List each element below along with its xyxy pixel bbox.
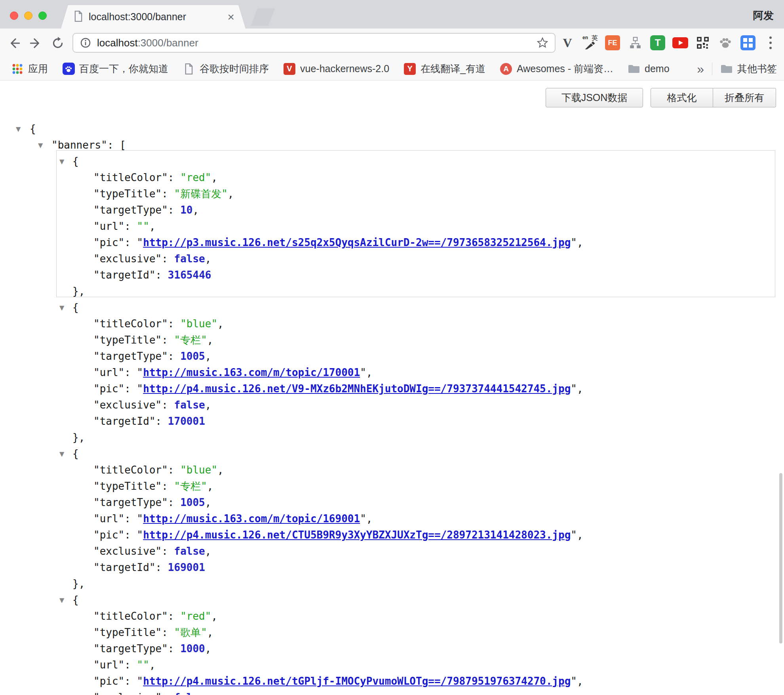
json-punctuation: , [149, 220, 156, 232]
json-punctuation: : [168, 610, 180, 622]
json-key: "targetId" [93, 415, 156, 427]
json-value-string: "blue" [180, 318, 217, 330]
json-punctuation: }, [72, 285, 85, 297]
other-bookmarks-folder[interactable]: 其他书签 [720, 62, 777, 75]
json-line: "typeTitle": "歌单", [0, 624, 784, 641]
json-line: "url": "", [0, 657, 784, 673]
reload-icon[interactable] [50, 35, 66, 51]
paw-icon[interactable] [717, 34, 734, 52]
collapse-triangle-icon[interactable]: ▼ [59, 153, 64, 170]
org-chart-icon[interactable] [626, 34, 644, 52]
tab-close-icon[interactable]: × [227, 11, 234, 23]
json-punctuation: " [137, 513, 143, 525]
bookmark-item-demo[interactable]: demo [628, 63, 670, 75]
json-punctuation: }, [72, 578, 85, 590]
json-punctuation: : [168, 318, 180, 330]
bookmark-item-google-sort[interactable]: 谷歌按时间排序 [183, 62, 269, 75]
apps-grid-icon [11, 63, 24, 75]
collapse-triangle-icon[interactable]: ▼ [16, 121, 21, 137]
close-window-button[interactable] [10, 11, 18, 20]
minimize-window-button[interactable] [24, 11, 32, 20]
json-line: "targetId": 3165446 [0, 267, 784, 283]
url-link[interactable]: http://p4.music.126.net/V9-MXz6b2MNhEKju… [143, 383, 571, 395]
json-value-string: "" [137, 659, 149, 671]
bookmark-star-icon[interactable] [537, 37, 548, 49]
json-punctuation: " [571, 237, 577, 248]
bookmark-item-youdao[interactable]: Y 在线翻译_有道 [403, 62, 485, 75]
json-punctuation: , [205, 643, 211, 655]
collapse-triangle-icon[interactable]: ▼ [38, 137, 43, 153]
json-line: }, [0, 576, 784, 592]
json-key: "targetId" [93, 269, 156, 281]
bookmark-label: vue-hackernews-2.0 [300, 63, 389, 74]
v-mark-icon[interactable]: V [559, 34, 576, 52]
json-punctuation: : [162, 399, 174, 411]
json-value-number: 3165446 [168, 269, 211, 281]
json-punctuation: : [124, 675, 137, 687]
json-value-string: "" [137, 220, 149, 232]
json-value-string: "歌单" [174, 626, 207, 638]
json-object: ▼{"titleColor": "red","typeTitle": "新碟首发… [0, 153, 784, 300]
json-key: "url" [93, 220, 124, 232]
json-value-string: "red" [180, 610, 211, 622]
format-button[interactable]: 格式化 [651, 88, 713, 107]
json-punctuation: , [207, 480, 213, 492]
translate-pen-icon[interactable]: en英 [581, 34, 599, 52]
url-text: localhost:3000/banner [97, 37, 537, 49]
json-punctuation: { [72, 155, 79, 167]
json-punctuation: : [162, 253, 174, 265]
bookmarks-overflow-chevron-icon[interactable]: » [697, 63, 704, 75]
maximize-window-button[interactable] [38, 11, 47, 20]
collapse-all-button[interactable]: 折叠所有 [713, 88, 776, 107]
bookmark-item-apps[interactable]: 应用 [11, 62, 48, 75]
collapse-triangle-icon[interactable]: ▼ [59, 300, 64, 316]
qrcode-icon[interactable] [694, 34, 712, 52]
json-punctuation: , [205, 545, 211, 557]
address-bar[interactable]: localhost:3000/banner [72, 33, 556, 53]
browser-tab[interactable]: localhost:3000/banner × [61, 5, 245, 29]
back-icon[interactable] [6, 35, 22, 51]
url-link[interactable]: http://music.163.com/m/topic/170001 [143, 367, 360, 378]
json-punctuation: , [207, 626, 213, 638]
bookmark-item-baidu[interactable]: 百度一下，你就知道 [62, 62, 168, 75]
url-link[interactable]: http://p3.music.126.net/s25q2x5QyqsAzilC… [143, 237, 571, 248]
fe-icon[interactable]: FE [604, 34, 621, 52]
json-line: "url": "http://music.163.com/m/topic/170… [0, 365, 784, 381]
vertical-scrollbar[interactable] [779, 473, 782, 643]
json-value-boolean: false [174, 545, 205, 557]
youdao-icon: Y [403, 63, 416, 75]
json-key: "pic" [93, 383, 124, 395]
url-link[interactable]: http://music.163.com/m/topic/169001 [143, 513, 360, 525]
json-line: "targetType": 10, [0, 202, 784, 218]
info-icon[interactable] [80, 37, 91, 49]
json-punctuation: " [137, 367, 143, 378]
bookmark-item-vue-hackernews[interactable]: V vue-hackernews-2.0 [283, 63, 389, 75]
blue-grid-icon[interactable] [739, 34, 757, 52]
json-line: "typeTitle": "专栏", [0, 478, 784, 495]
bookmark-item-awesomes[interactable]: A Awesomes - 前端资… [500, 62, 613, 75]
json-punctuation: , [207, 334, 213, 346]
collapse-triangle-icon[interactable]: ▼ [59, 446, 64, 462]
json-punctuation: " [360, 513, 366, 525]
forward-icon[interactable] [28, 35, 44, 51]
url-link[interactable]: http://p4.music.126.net/tGPljf-IMOCyPvum… [143, 675, 571, 687]
json-punctuation: : [168, 172, 180, 183]
bookmark-label: Awesomes - 前端资… [517, 62, 613, 75]
download-json-button[interactable]: 下载JSON数据 [546, 88, 643, 107]
json-value-number: 1005 [180, 496, 205, 508]
green-t-icon[interactable]: T [649, 34, 666, 52]
new-tab-button[interactable] [251, 8, 275, 26]
awesomes-icon: A [500, 63, 512, 75]
json-line: "targetId": 169001 [0, 559, 784, 576]
json-key: "pic" [93, 675, 124, 687]
bookmarks-divider [712, 63, 712, 75]
url-link[interactable]: http://p4.music.126.net/CTU5B9R9y3XyYBZX… [143, 529, 571, 541]
menu-dots-icon[interactable] [762, 34, 779, 52]
json-punctuation: " [137, 675, 143, 687]
json-value-number: 10 [180, 204, 192, 216]
json-punctuation: , [577, 675, 583, 687]
json-value-number: 169001 [168, 561, 205, 573]
json-punctuation: " [571, 383, 577, 395]
youtube-icon[interactable] [672, 34, 689, 52]
collapse-triangle-icon[interactable]: ▼ [59, 592, 64, 608]
